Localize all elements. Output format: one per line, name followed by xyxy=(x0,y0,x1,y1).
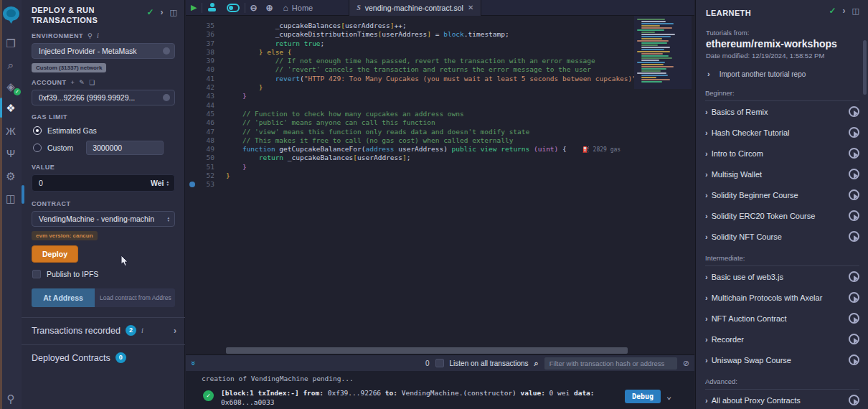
collapse-panel-icon[interactable]: › xyxy=(161,7,164,17)
transactions-recorded-header[interactable]: Transactions recorded 2 i › xyxy=(22,318,185,343)
line-number[interactable]: 41 xyxy=(186,75,223,83)
line-number[interactable]: 36 xyxy=(186,30,223,39)
line-number[interactable]: 46 xyxy=(186,118,223,127)
value-input[interactable]: 0 xyxy=(32,179,151,187)
remix-logo-icon[interactable] xyxy=(2,5,20,23)
tutorial-item[interactable]: ›NFT Auction Contract xyxy=(705,308,859,329)
code-line[interactable]: } xyxy=(226,92,628,100)
play-tutorial-icon[interactable] xyxy=(849,271,859,282)
breakpoint-dot[interactable] xyxy=(189,182,195,187)
pin-panel-icon[interactable]: ◫ xyxy=(170,8,177,17)
line-number[interactable]: 42 xyxy=(186,83,223,92)
tutorial-item[interactable]: ›Hash Checker Tutorial xyxy=(705,122,859,143)
transaction-log-row[interactable]: ✓ [block:1 txIndex:-] from: 0xf39...9226… xyxy=(186,388,694,409)
sign-message-icon[interactable]: ✎ xyxy=(79,79,85,86)
play-tutorial-icon[interactable] xyxy=(849,292,859,303)
tutorial-item[interactable]: ›Solidity ERC20 Token Course xyxy=(705,205,859,226)
line-number[interactable]: 39 xyxy=(186,57,223,65)
add-account-icon[interactable]: + xyxy=(71,79,75,86)
line-number[interactable]: 49 xyxy=(186,145,223,154)
code-line[interactable]: } xyxy=(226,171,628,180)
code-line[interactable]: // Function to check how many cupcakes a… xyxy=(226,110,628,118)
code-line[interactable]: } xyxy=(226,163,628,171)
code-line[interactable]: // 'public' means anyone can call this f… xyxy=(226,118,628,127)
deploy-run-icon[interactable]: ❖ xyxy=(0,100,22,116)
environment-select[interactable]: Injected Provider - MetaMask xyxy=(32,43,175,59)
tutorial-item[interactable]: ›Uniswap Swap Course xyxy=(705,349,859,370)
collapse-panel-icon[interactable]: › xyxy=(843,6,846,16)
clear-console-icon[interactable]: ⊘ xyxy=(683,359,689,368)
line-number[interactable]: 45 xyxy=(186,110,223,118)
play-tutorial-icon[interactable] xyxy=(849,210,859,221)
line-number[interactable]: 43 xyxy=(186,92,223,100)
code-line[interactable]: // 'revert' cancels the transaction and … xyxy=(226,65,628,74)
line-number[interactable]: 52 xyxy=(186,171,223,180)
learneth-icon[interactable]: ◫ xyxy=(0,191,22,207)
at-address-input[interactable]: Load contract from Addres xyxy=(95,288,175,307)
file-explorer-icon[interactable]: ❐ xyxy=(0,36,22,52)
custom-gas-radio[interactable] xyxy=(33,144,42,152)
side-panel-scrollbar[interactable] xyxy=(22,185,24,204)
plugin-manager-icon[interactable]: ⚙ xyxy=(0,169,22,184)
search-icon[interactable]: ⌕ xyxy=(0,57,22,73)
pin-panel-icon[interactable]: ◫ xyxy=(852,6,859,16)
learneth-scrollbar[interactable] xyxy=(863,40,867,95)
play-tutorial-icon[interactable] xyxy=(849,189,859,200)
play-tutorial-icon[interactable] xyxy=(849,313,859,324)
terminal-filter-input[interactable]: Filter with transaction hash or address xyxy=(544,357,677,370)
publish-ipfs-checkbox[interactable] xyxy=(32,270,41,278)
line-number[interactable]: 48 xyxy=(186,136,223,145)
custom-gas-input[interactable]: 3000000 xyxy=(86,141,164,155)
code-line[interactable]: // 'view' means this function only reads… xyxy=(226,128,628,136)
play-tutorial-icon[interactable] xyxy=(849,395,859,405)
code-line[interactable]: return _cupcakeBalances[userAddress]; xyxy=(226,154,628,162)
play-tutorial-icon[interactable] xyxy=(849,169,859,179)
line-number[interactable]: 53 xyxy=(186,180,223,189)
custom-gas-option[interactable]: Custom 3000000 xyxy=(33,141,185,155)
tutorial-item[interactable]: ›Basic use of web3.js xyxy=(705,266,859,287)
code-line[interactable]: } else { xyxy=(226,48,628,57)
gutter[interactable]: 35363738394041424344454647484950515253 xyxy=(186,22,223,189)
play-tutorial-icon[interactable] xyxy=(849,148,859,159)
code-line[interactable]: return true; xyxy=(226,39,628,48)
play-tutorial-icon[interactable] xyxy=(849,106,859,117)
assistant-icon[interactable] xyxy=(207,3,217,12)
plug-icon[interactable]: ⚲ xyxy=(88,32,93,39)
code-line[interactable]: revert("HTTP 429: Too Many Cupcakes (you… xyxy=(226,75,628,83)
git-icon[interactable]: Ψ xyxy=(0,146,22,161)
line-number[interactable]: 37 xyxy=(186,39,223,48)
code-editor[interactable]: 35363738394041424344454647484950515253 _… xyxy=(186,16,694,354)
copy-account-icon[interactable]: ❏ xyxy=(89,79,95,86)
code-line[interactable]: } xyxy=(226,83,628,92)
deploy-button[interactable]: Deploy xyxy=(32,245,78,263)
contract-select[interactable]: VendingMachine - vending-machin ▴▾ xyxy=(32,211,175,227)
tutorial-item[interactable]: ›Solidity NFT Course xyxy=(705,226,859,247)
line-number[interactable]: 51 xyxy=(186,163,223,171)
tutorial-item[interactable]: ›Solidity Beginner Course xyxy=(705,184,859,205)
estimated-gas-radio[interactable] xyxy=(33,126,42,135)
line-number[interactable]: 35 xyxy=(186,22,223,30)
tutorial-item[interactable]: ›Basics of Remix xyxy=(705,101,859,122)
play-tutorial-icon[interactable] xyxy=(849,354,859,365)
line-number[interactable]: 47 xyxy=(186,128,223,136)
home-tab[interactable]: ⌂ Home xyxy=(283,3,313,13)
close-tab-icon[interactable]: ✕ xyxy=(468,4,473,11)
expand-log-icon[interactable]: ⌄ xyxy=(666,391,671,409)
value-unit-select[interactable]: Wei ▴▾ xyxy=(151,179,174,187)
zoom-in-icon[interactable]: ⊕ xyxy=(266,3,273,13)
minimap[interactable] xyxy=(634,16,692,89)
estimated-gas-option[interactable]: Estimated Gas xyxy=(33,126,185,135)
tutorial-item[interactable]: ›Recorder xyxy=(705,329,859,349)
listen-transactions-checkbox[interactable] xyxy=(435,359,444,367)
code-line[interactable]: _cupcakeDistributionTimes[userAddress] =… xyxy=(226,30,628,39)
code-line[interactable] xyxy=(226,180,628,189)
chevron-right-icon[interactable]: › xyxy=(174,326,176,336)
code-line[interactable]: // If not enough time has passed, revert… xyxy=(226,57,628,65)
info-icon[interactable]: i xyxy=(141,326,143,334)
tutorial-item[interactable]: ›Multisig Wallet xyxy=(705,164,859,184)
code-line[interactable]: function getCupcakeBalanceFor(address us… xyxy=(226,145,628,154)
line-number[interactable]: 40 xyxy=(186,65,223,74)
code-line[interactable]: _cupcakeBalances[userAddress]++; xyxy=(226,22,628,30)
play-tutorial-icon[interactable] xyxy=(849,127,859,138)
unit-stepper-icon[interactable]: ▴▾ xyxy=(166,180,169,186)
